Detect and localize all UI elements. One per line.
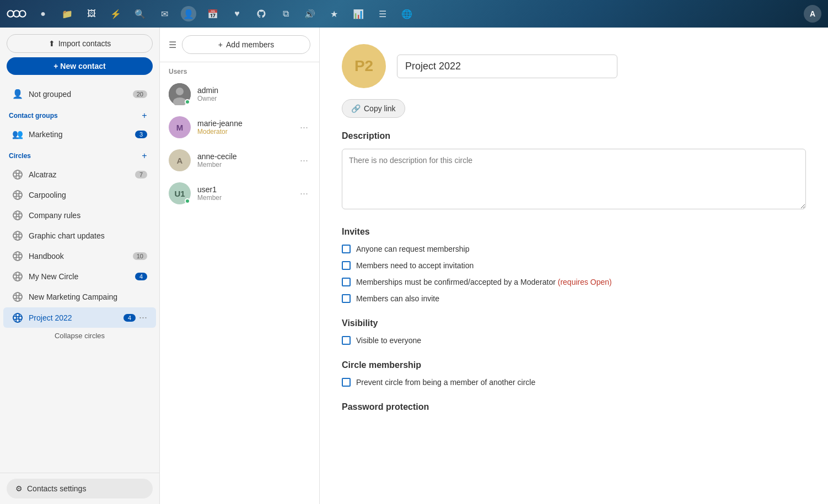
heart-icon[interactable]: ♥ [229, 6, 245, 21]
user-account-icon[interactable]: A [804, 5, 821, 23]
online-indicator [185, 198, 190, 204]
star-icon[interactable]: ★ [326, 6, 342, 21]
circles-icon [12, 230, 23, 241]
svg-point-9 [13, 193, 17, 197]
invite-option-2: Members need to accept invitation [342, 261, 806, 270]
contacts-settings-label: Contacts settings [27, 484, 86, 493]
layers-icon[interactable]: ⧉ [278, 6, 293, 21]
member-menu-user1[interactable]: ··· [298, 186, 310, 202]
calendar-icon[interactable]: 📅 [205, 6, 221, 21]
marketing-label: Marketing [29, 130, 135, 139]
sidebar-item-my-new-circle[interactable]: My New Circle 4 [3, 267, 156, 286]
visibility-label-1[interactable]: Visible to everyone [356, 336, 421, 345]
add-contact-group-button[interactable]: + [138, 110, 150, 122]
member-item-marie-jeanne[interactable]: M marie-jeanne Moderator ··· [160, 111, 319, 144]
circle-label-alcatraz: Alcatraz [29, 170, 135, 179]
member-item-user1[interactable]: U1 user1 Member ··· [160, 177, 319, 210]
sidebar-item-handbook[interactable]: Handbook 10 [3, 246, 156, 266]
invite-label-1[interactable]: Anyone can request membership [356, 245, 469, 253]
github-icon[interactable] [254, 6, 269, 21]
folder-icon[interactable]: 📁 [60, 6, 75, 21]
circle-count-handbook: 10 [133, 252, 147, 260]
logo[interactable] [7, 4, 26, 24]
chart-icon[interactable]: 📊 [351, 6, 366, 21]
contact-groups-label: Contact groups [9, 112, 58, 120]
circle-label-handbook: Handbook [29, 252, 133, 261]
circle-membership-checkbox-1[interactable] [342, 378, 351, 387]
description-textarea[interactable] [342, 149, 806, 209]
member-menu-marie-jeanne[interactable]: ··· [298, 120, 310, 136]
member-item-anne-cecile[interactable]: A anne-cecile Member ··· [160, 144, 319, 177]
sidebar-item-company-rules[interactable]: Company rules [3, 205, 156, 225]
import-contacts-button[interactable]: ⬆ Import contacts [7, 34, 153, 53]
svg-point-18 [13, 231, 22, 240]
mail-icon[interactable]: ✉ [157, 6, 172, 21]
project-2022-menu-icon[interactable]: ··· [139, 312, 147, 323]
invite-checkbox-2[interactable] [342, 261, 351, 270]
new-contact-button[interactable]: + New contact [7, 57, 153, 75]
svg-point-12 [16, 196, 19, 199]
circle-membership-label-1[interactable]: Prevent circle from being a member of an… [356, 378, 535, 387]
member-item-admin[interactable]: admin Owner [160, 78, 319, 111]
svg-point-10 [19, 193, 22, 197]
circle-nav-icon[interactable]: ● [35, 6, 51, 21]
sidebar-item-graphic-chart-updates[interactable]: Graphic chart updates [3, 226, 156, 246]
image-icon[interactable]: 🖼 [84, 6, 99, 21]
circle-header: P2 [342, 44, 806, 88]
circles-icon [12, 210, 23, 221]
sidebar-item-alcatraz[interactable]: Alcatraz 7 [3, 165, 156, 185]
member-name-admin: admin [197, 86, 310, 95]
copy-link-button[interactable]: 🔗 Copy link [342, 99, 405, 118]
visibility-checkbox-group: Visible to everyone [342, 336, 806, 345]
sidebar-top: ⬆ Import contacts + New contact [0, 28, 159, 82]
sidebar-item-not-grouped[interactable]: 👤 Not grouped 20 [3, 84, 156, 104]
invite-label-2[interactable]: Members need to accept invitation [356, 261, 474, 270]
circle-label-project-2022: Project 2022 [29, 313, 123, 322]
member-menu-anne-cecile[interactable]: ··· [298, 153, 310, 169]
collapse-circles-button[interactable]: Collapse circles [0, 328, 159, 343]
sidebar-item-new-marketing-campaing[interactable]: New Marketing Campaing [3, 287, 156, 307]
svg-point-22 [16, 237, 19, 240]
member-role-marie-jeanne: Moderator [197, 128, 291, 136]
svg-point-34 [13, 295, 17, 299]
copy-link-label: Copy link [364, 104, 396, 113]
circle-initials: P2 [354, 57, 373, 75]
sidebar-item-carpooling[interactable]: Carpooling [3, 185, 156, 205]
svg-point-3 [13, 170, 22, 179]
invite-option-3: Memberships must be confirmed/accepted b… [342, 278, 806, 286]
member-name-user1: user1 [197, 185, 291, 194]
svg-point-39 [13, 316, 17, 319]
member-role-user1: Member [197, 194, 291, 202]
add-members-button[interactable]: + Add members [182, 35, 310, 54]
circle-name-input[interactable] [397, 55, 617, 78]
circles-icon [12, 271, 23, 282]
invite-checkbox-3[interactable] [342, 278, 351, 286]
svg-point-27 [16, 257, 19, 261]
circles-icon [12, 251, 23, 262]
collapse-panel-icon[interactable]: ☰ [169, 40, 176, 50]
list-icon[interactable]: ☰ [375, 6, 390, 21]
invite-label-3[interactable]: Memberships must be confirmed/accepted b… [356, 278, 612, 286]
contacts-settings-button[interactable]: ⚙ Contacts settings [7, 479, 153, 498]
invite-checkbox-1[interactable] [342, 245, 351, 253]
invite-label-4[interactable]: Members can also invite [356, 294, 439, 303]
add-circle-button[interactable]: + [138, 150, 150, 162]
svg-point-28 [13, 272, 22, 281]
sidebar-item-marketing[interactable]: 👥 Marketing 3 [3, 124, 156, 144]
member-name-marie-jeanne: marie-jeanne [197, 119, 291, 128]
sidebar-item-project-2022[interactable]: Project 2022 4 ··· [3, 307, 156, 328]
visibility-checkbox-1[interactable] [342, 336, 351, 345]
main-layout: ⬆ Import contacts + New contact 👤 Not gr… [0, 28, 828, 504]
speaker-icon[interactable]: 🔊 [302, 6, 318, 21]
member-info-admin: admin Owner [197, 86, 310, 102]
svg-point-33 [13, 292, 22, 301]
invites-section-title: Invites [342, 227, 806, 237]
svg-point-13 [13, 211, 22, 220]
contacts-icon[interactable]: 👤 [181, 6, 196, 21]
sidebar-scroll: 👤 Not grouped 20 Contact groups + 👥 Mark… [0, 82, 159, 473]
bolt-icon[interactable]: ⚡ [108, 6, 123, 21]
globe-icon[interactable]: 🌐 [399, 6, 415, 21]
search-icon[interactable]: 🔍 [132, 6, 148, 21]
circles-icon [12, 312, 23, 323]
invite-checkbox-4[interactable] [342, 294, 351, 303]
